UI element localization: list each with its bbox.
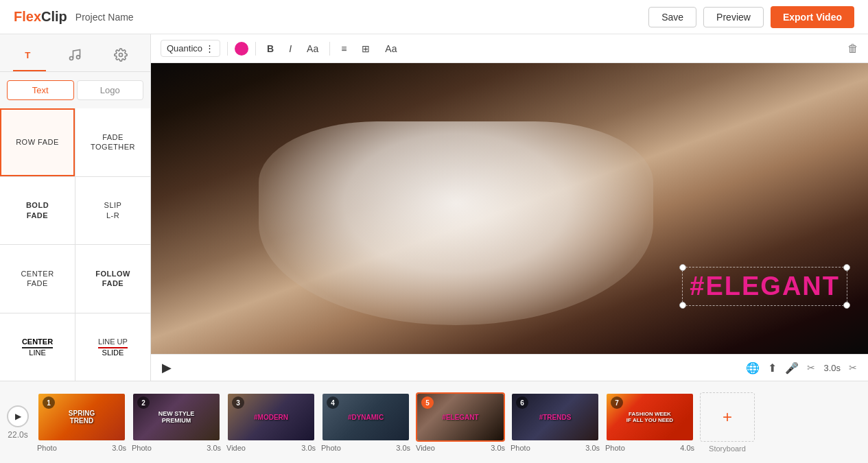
timeline-play-button[interactable]: ▶ [7,405,29,427]
font-selector[interactable]: Quantico ⋮ [161,40,220,57]
clip-1-thumb[interactable]: SPRINGTREND 1 [37,392,126,442]
style-follow-fade-label: FOLLOWFADE [95,269,130,289]
canvas-text-overlay[interactable]: #ELEGANT [690,272,840,301]
header: FlexClip Project Name Save Preview Expor… [0,0,868,34]
handle-top-left[interactable] [679,264,686,271]
svg-point-3 [119,54,122,57]
clip-7[interactable]: FASHION WEEKIF ALL YOU NEED 7 Photo 4.0s [605,392,694,452]
style-line-up-slide-sub: SLIDE [102,348,124,357]
time-display: 3.0s [823,363,841,373]
clip-5-thumb[interactable]: #ELEGANT 5 [416,392,505,442]
clip-3-time: 3.0s [301,444,316,452]
clip-1-time: 3.0s [112,444,126,452]
clip-5-num: 5 [421,396,434,409]
delete-button[interactable]: 🗑 [847,43,858,55]
video-controls: ▶ 🌐 ⬆ 🎤 ✂ 3.0s ✂ [151,354,868,381]
handle-bottom-right[interactable] [843,302,850,309]
tab-music-icon[interactable] [58,43,91,71]
toolbar-divider-2 [255,42,256,56]
clip-3-type: Video [226,444,246,452]
style-row-fade-label: ROW FADE [16,137,59,147]
clip-2-info: Photo 3.0s [132,444,221,452]
style-center-line-sub: LINE [29,348,45,357]
style-grid: ROW FADE FADETOGETHER BOLDFADE SLIPL-R C… [0,108,150,381]
preview-button[interactable]: Preview [703,7,764,27]
clip-4-time: 3.0s [396,444,410,452]
panel-tabs: T [0,34,150,72]
left-panel: T Text Logo ROW FADE FADETOGETHER [0,34,151,381]
storyboard-add-button[interactable]: + [700,392,755,442]
clip-5-type: Video [416,444,435,452]
clip-5-info: Video 3.0s [416,444,505,452]
cut-right-icon: ✂ [849,362,857,373]
svg-point-1 [70,57,73,60]
controls-right: 🌐 ⬆ 🎤 ✂ 3.0s ✂ [746,361,857,375]
main-area: T Text Logo ROW FADE FADETOGETHER [0,34,868,381]
clip-3-thumb[interactable]: #MODERN 3 [226,392,316,442]
style-bold-fade[interactable]: BOLDFADE [0,177,75,245]
upload-button[interactable]: ⬆ [768,361,777,375]
globe-button[interactable]: 🌐 [746,361,760,375]
center-area: Quantico ⋮ B I Aa ≡ ⊞ Aa 🗑 [151,34,868,381]
clip-5[interactable]: #ELEGANT 5 Video 3.0s [416,392,505,452]
export-button[interactable]: Export Video [771,6,854,28]
logo-clip-text: Clip [41,9,67,25]
clip-3-info: Video 3.0s [226,444,316,452]
tab-text[interactable]: Text [7,80,74,100]
font-dropdown-icon: ⋮ [205,43,214,54]
text-selection-box[interactable]: #ELEGANT [682,267,847,306]
tab-logo[interactable]: Logo [77,80,144,100]
clip-4-thumb[interactable]: #DYNAMIC 4 [321,392,410,442]
style-center-line[interactable]: CENTER LINE [0,313,75,381]
toolbar-divider-3 [329,42,330,56]
bold-button[interactable]: B [263,40,278,57]
play-button[interactable]: ▶ [162,360,172,375]
clip-1-type: Photo [37,444,57,452]
handle-top-right[interactable] [843,264,850,271]
style-fade-together[interactable]: FADETOGETHER [75,108,150,176]
clip-1[interactable]: SPRINGTREND 1 Photo 3.0s [37,392,126,452]
clip-1-num: 1 [43,396,55,409]
style-center-fade[interactable]: CENTERFADE [0,245,75,313]
style-follow-fade[interactable]: FOLLOWFADE [75,245,150,313]
style-text-button[interactable]: Aa [381,40,401,57]
clip-2[interactable]: NEW STYLEPREMIUM 2 Photo 3.0s [132,392,221,452]
video-canvas[interactable]: #ELEGANT [151,63,868,354]
size-button[interactable]: Aa [303,40,322,57]
italic-button[interactable]: I [285,40,296,57]
clip-4-type: Photo [321,444,341,452]
logo-flex-text: Flex [14,9,41,25]
project-name[interactable]: Project Name [75,12,134,23]
style-slip-lr-label: SLIPL-R [104,200,122,220]
style-center-fade-label: CENTERFADE [21,269,54,289]
save-button[interactable]: Save [648,7,696,27]
svg-point-2 [77,56,80,59]
grid-button[interactable]: ⊞ [357,40,374,57]
clip-4[interactable]: #DYNAMIC 4 Photo 3.0s [321,392,410,452]
clip-6-thumb[interactable]: #TRENDS 6 [511,392,600,442]
style-center-line-label: CENTER [22,337,53,348]
cut-left-icon: ✂ [807,362,815,373]
video-toolbar: Quantico ⋮ B I Aa ≡ ⊞ Aa 🗑 [151,34,868,63]
clip-4-info: Photo 3.0s [321,444,410,452]
clip-7-thumb[interactable]: FASHION WEEKIF ALL YOU NEED 7 [605,392,694,442]
storyboard-label: Storyboard [709,444,746,453]
align-button[interactable]: ≡ [337,40,351,57]
style-slip-lr[interactable]: SLIPL-R [75,177,150,245]
timeline-duration: 22.0s [8,430,27,440]
clip-2-thumb[interactable]: NEW STYLEPREMIUM 2 [132,392,221,442]
clip-6[interactable]: #TRENDS 6 Photo 3.0s [511,392,600,452]
color-picker[interactable] [235,42,248,56]
clip-3[interactable]: #MODERN 3 Video 3.0s [226,392,316,452]
mic-button[interactable]: 🎤 [785,361,799,375]
style-line-up-slide[interactable]: LINE UP SLIDE [75,313,150,381]
style-row-fade[interactable]: ROW FADE [0,108,75,176]
clip-6-num: 6 [516,396,528,409]
header-left: FlexClip Project Name [14,9,134,25]
clip-6-time: 3.0s [585,444,600,452]
add-icon: + [723,407,732,427]
style-bold-fade-label: BOLDFADE [26,200,49,220]
tab-text-icon[interactable]: T [13,43,46,71]
timeline: ▶ 22.0s SPRINGTREND 1 Photo 3.0s NEW STY… [0,381,868,463]
tab-settings-icon[interactable] [104,43,137,71]
